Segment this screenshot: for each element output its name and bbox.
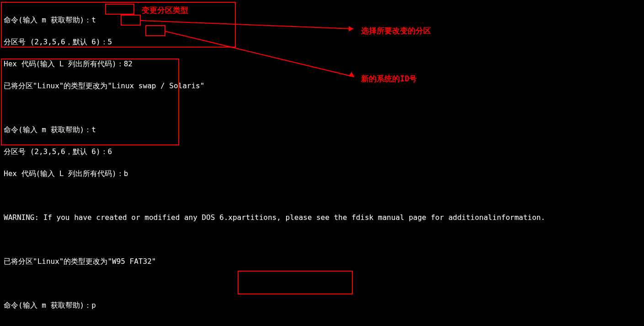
hex-code-line: Hex 代码(输入 L 列出所有代码)：82 bbox=[4, 59, 640, 69]
result-line-2: 已将分区"Linux"的类型更改为"W95 FAT32" bbox=[4, 256, 640, 267]
hex-code-line-2: Hex 代码(输入 L 列出所有代码)：b bbox=[4, 168, 640, 179]
result-line-1: 已将分区"Linux"的类型更改为"Linux swap / Solaris" bbox=[4, 80, 640, 91]
partition-num-line-2: 分区号 (2,3,5,6，默认 6)：6 bbox=[4, 146, 640, 157]
terminal-output: 命令(输入 m 获取帮助)：t 分区号 (2,3,5,6，默认 6)：5 Hex… bbox=[4, 4, 640, 326]
cmd-line-t2: 命令(输入 m 获取帮助)：t bbox=[4, 124, 640, 135]
partition-num-line: 分区号 (2,3,5,6，默认 6)：5 bbox=[4, 37, 640, 48]
cmd-line-p: 命令(输入 m 获取帮助)：p bbox=[4, 300, 640, 311]
warning-line: WARNING: If you have created or modified… bbox=[4, 212, 640, 223]
cmd-line-t: 命令(输入 m 获取帮助)：t bbox=[4, 15, 640, 26]
